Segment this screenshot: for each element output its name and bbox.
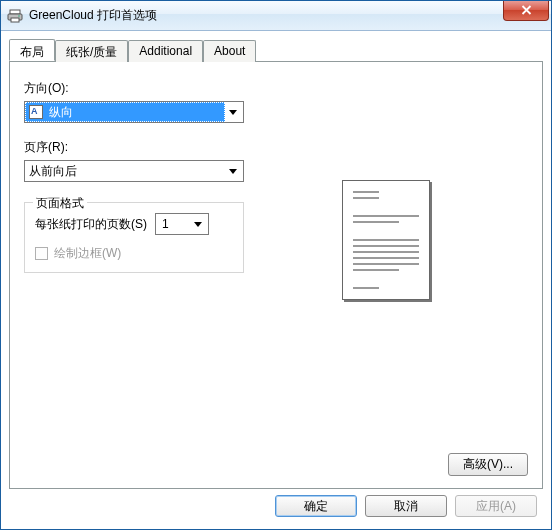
draw-borders-label: 绘制边框(W) [54, 245, 121, 262]
page-order-value: 从前向后 [29, 163, 77, 180]
client-area: 布局 纸张/质量 Additional About 方向(O): A 纵向 页序… [1, 31, 551, 529]
portrait-icon: A [29, 105, 43, 119]
orientation-value: 纵向 [49, 104, 73, 121]
advanced-button[interactable]: 高级(V)... [448, 453, 528, 476]
ok-button-label: 确定 [304, 498, 328, 515]
page-order-select[interactable]: 从前向后 [24, 160, 244, 182]
close-icon [521, 4, 532, 18]
tab-panel-layout: 方向(O): A 纵向 页序(R): 从前向后 页面格式 每张纸打 [9, 61, 543, 489]
orientation-select[interactable]: A 纵向 [24, 101, 244, 123]
orientation-label: 方向(O): [24, 80, 244, 97]
preview-area [244, 80, 528, 476]
pages-per-sheet-label: 每张纸打印的页数(S) [35, 216, 147, 233]
svg-rect-0 [10, 10, 20, 14]
page-format-legend: 页面格式 [33, 195, 87, 212]
chevron-down-icon [190, 216, 206, 232]
tab-about[interactable]: About [203, 40, 256, 62]
titlebar: GreenCloud 打印首选项 [1, 1, 551, 31]
cancel-button-label: 取消 [394, 498, 418, 515]
apply-button: 应用(A) [455, 495, 537, 517]
dialog-footer: 确定 取消 应用(A) [9, 489, 543, 523]
page-format-group: 页面格式 每张纸打印的页数(S) 1 绘制边框(W) [24, 202, 244, 273]
chevron-down-icon [225, 104, 241, 120]
tab-layout[interactable]: 布局 [9, 39, 55, 61]
tab-paper-quality[interactable]: 纸张/质量 [55, 40, 128, 62]
cancel-button[interactable]: 取消 [365, 495, 447, 517]
page-order-label: 页序(R): [24, 139, 244, 156]
layout-controls: 方向(O): A 纵向 页序(R): 从前向后 页面格式 每张纸打 [24, 80, 244, 476]
close-button[interactable] [503, 1, 549, 21]
advanced-button-label: 高级(V)... [463, 456, 513, 473]
tab-additional[interactable]: Additional [128, 40, 203, 62]
apply-button-label: 应用(A) [476, 498, 516, 515]
print-preferences-window: GreenCloud 打印首选项 布局 纸张/质量 Additional Abo… [0, 0, 552, 530]
svg-point-3 [18, 15, 20, 17]
draw-borders-checkbox [35, 247, 48, 260]
chevron-down-icon [225, 163, 241, 179]
pages-per-sheet-select[interactable]: 1 [155, 213, 209, 235]
pages-per-sheet-value: 1 [162, 217, 169, 231]
ok-button[interactable]: 确定 [275, 495, 357, 517]
tabstrip: 布局 纸张/质量 Additional About [9, 39, 543, 61]
page-preview [342, 180, 430, 300]
printer-icon [7, 8, 23, 24]
window-title: GreenCloud 打印首选项 [29, 7, 157, 24]
svg-rect-2 [11, 18, 19, 22]
